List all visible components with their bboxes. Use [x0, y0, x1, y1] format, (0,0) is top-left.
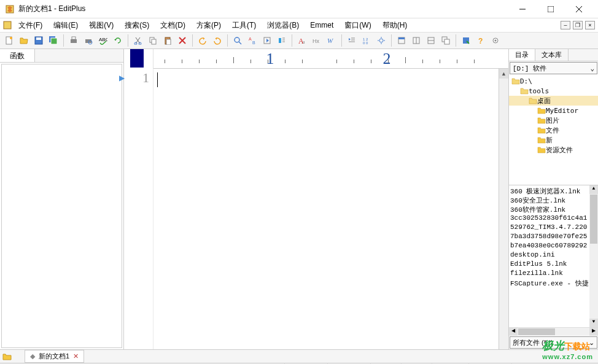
menu-edit[interactable]: 编辑(E) — [49, 19, 83, 32]
function-tab[interactable]: 函数 — [0, 49, 35, 62]
drive-label: [D:] 软件 — [513, 64, 546, 73]
mdi-restore-button[interactable]: ❐ — [573, 21, 583, 29]
menu-view[interactable]: 视图(V) — [84, 19, 118, 32]
tree-item[interactable]: 桌面 — [509, 96, 598, 106]
drive-select[interactable]: [D:] 软件 ⌄ — [510, 62, 597, 74]
print-button[interactable] — [67, 34, 80, 47]
save-all-button[interactable] — [47, 34, 60, 47]
spell-check-button[interactable]: ABC — [96, 34, 110, 47]
minimize-button[interactable] — [508, 0, 537, 18]
menu-emmet[interactable]: Emmet — [305, 20, 338, 31]
menu-window[interactable]: 窗口(W) — [340, 19, 376, 32]
text-editor[interactable] — [153, 69, 499, 349]
file-item[interactable]: 360软件管家.lnk — [510, 205, 597, 214]
indent-button[interactable] — [345, 34, 359, 47]
redo-button[interactable] — [211, 34, 224, 47]
tree-item[interactable]: 图片 — [509, 115, 598, 125]
document-tabbar: ◆ 新的文档1 ✕ — [0, 349, 598, 363]
cut-button[interactable] — [131, 34, 145, 47]
file-item[interactable]: 3cc302532830f61c4a1 — [510, 214, 597, 223]
tree-item[interactable]: 资源文件 — [509, 145, 598, 155]
find-button[interactable] — [231, 34, 244, 47]
svg-point-7 — [10, 37, 12, 39]
config-button[interactable] — [489, 34, 502, 47]
undo-button[interactable] — [196, 34, 209, 47]
goto-button[interactable] — [260, 34, 274, 47]
file-item[interactable]: b7ea4038e0c60789292 — [510, 242, 597, 251]
file-list[interactable]: 360 极速浏览器X.lnk360安全卫士.lnk360软件管家.lnk3cc3… — [509, 185, 598, 327]
delete-button[interactable] — [176, 34, 189, 47]
file-item[interactable]: FSCapture.exe - 快捷 — [510, 279, 597, 288]
window4-button[interactable] — [439, 34, 452, 47]
menu-tools[interactable]: 工具(T) — [227, 19, 261, 32]
file-item[interactable]: EditPlus 5.lnk — [510, 260, 597, 269]
window3-button[interactable] — [424, 34, 438, 47]
editor-vscrollbar[interactable]: ▲ — [499, 69, 508, 349]
file-filter-select[interactable]: 所有文件 (*.*) ⌄ — [510, 336, 597, 349]
file-item[interactable]: 360安全卫士.lnk — [510, 196, 597, 205]
file-hscrollbar[interactable]: ◀▶ — [509, 327, 598, 336]
file-vscrollbar[interactable]: ▲▼ — [589, 185, 598, 327]
cliptext-tab[interactable]: 文本库 — [535, 49, 569, 61]
menu-browser[interactable]: 浏览器(B) — [262, 19, 304, 32]
line-gutter: ▶ 1 — [124, 69, 153, 349]
svg-point-45 — [379, 39, 383, 42]
tree-item[interactable]: MyEditor — [509, 106, 598, 115]
paste-button[interactable] — [161, 34, 174, 47]
settings-button[interactable] — [375, 34, 388, 47]
tab-close-button[interactable]: ✕ — [73, 352, 79, 360]
replace-button[interactable]: AB — [246, 34, 259, 47]
new-file-button[interactable] — [2, 34, 16, 47]
help-button[interactable]: ? — [474, 34, 487, 47]
save-button[interactable] — [32, 34, 45, 47]
svg-text:0 0: 0 0 — [363, 41, 368, 45]
hex-button[interactable]: Hx — [310, 34, 324, 47]
mdi-close-button[interactable]: × — [585, 21, 595, 29]
tree-item[interactable]: 文件 — [509, 125, 598, 135]
svg-text:A: A — [249, 37, 252, 41]
menu-search[interactable]: 搜索(S) — [120, 19, 154, 32]
close-button[interactable] — [565, 0, 593, 18]
current-line-arrow-icon: ▶ — [119, 74, 125, 83]
scroll-up-icon[interactable]: ▲ — [499, 69, 508, 79]
wordwrap-button[interactable]: W — [325, 34, 338, 47]
open-file-button[interactable] — [17, 34, 31, 47]
svg-rect-32 — [279, 38, 281, 43]
tree-item[interactable]: 新 — [509, 135, 598, 145]
maximize-button[interactable] — [537, 0, 565, 18]
menu-help[interactable]: 帮助(H) — [378, 19, 413, 32]
mdi-minimize-button[interactable]: – — [561, 21, 570, 29]
refresh-button[interactable] — [111, 34, 125, 47]
window1-button[interactable] — [395, 34, 408, 47]
folder-tree[interactable]: D:\tools桌面MyEditor图片文件新资源文件 — [509, 75, 598, 185]
print-preview-button[interactable] — [82, 34, 95, 47]
file-item[interactable]: 529762_TIM3.4.7.220 — [510, 223, 597, 233]
copy-button[interactable] — [146, 34, 160, 47]
file-item[interactable]: filezilla.lnk — [510, 269, 597, 279]
directory-tab[interactable]: 目录 — [509, 49, 535, 61]
chevron-down-icon: ⌄ — [590, 64, 594, 72]
column-button[interactable]: 1 20 0 — [360, 34, 373, 47]
file-item[interactable]: 7ba3d3758d98e70fe25 — [510, 233, 597, 242]
document-tab-label: 新的文档1 — [39, 352, 69, 361]
svg-point-61 — [495, 40, 497, 42]
window2-button[interactable] — [410, 34, 423, 47]
save-project-button[interactable] — [459, 34, 473, 47]
font-button[interactable]: Aa — [295, 34, 309, 47]
chevron-down-icon: ⌄ — [589, 339, 594, 347]
svg-text:?: ? — [478, 37, 483, 45]
line-number: 1 — [124, 69, 149, 86]
menu-file[interactable]: 文件(F) — [14, 19, 47, 32]
document-tab[interactable]: ◆ 新的文档1 ✕ — [25, 350, 84, 363]
tree-item[interactable]: tools — [509, 86, 598, 96]
menu-project[interactable]: 方案(P) — [192, 19, 226, 32]
svg-rect-2 — [548, 6, 554, 12]
file-item[interactable]: desktop.ini — [510, 251, 597, 260]
bookmark-button[interactable] — [275, 34, 289, 47]
function-list[interactable] — [1, 64, 122, 348]
editor-area: 12 ▶ 1 ▲ — [124, 49, 508, 349]
file-item[interactable]: 360 极速浏览器X.lnk — [510, 187, 597, 196]
menu-document[interactable]: 文档(D) — [155, 19, 190, 32]
svg-rect-11 — [51, 38, 57, 44]
tree-item[interactable]: D:\ — [509, 76, 598, 86]
